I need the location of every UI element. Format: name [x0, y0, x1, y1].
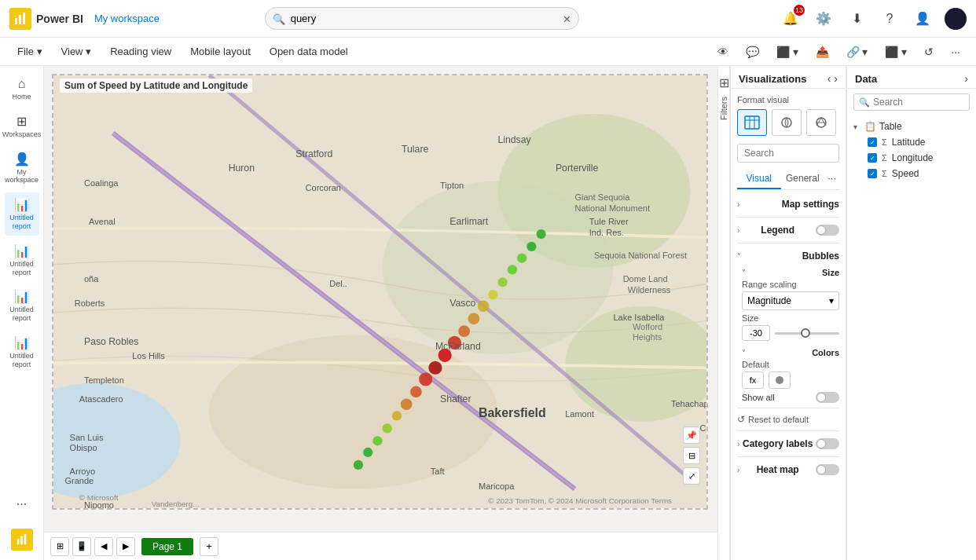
download-icon[interactable]: ⬇	[846, 8, 868, 30]
map-pin-icon[interactable]: 📌	[683, 426, 700, 444]
viz-search-input[interactable]	[737, 144, 839, 163]
category-labels-toggle-knob	[816, 439, 826, 448]
svg-text:Tule River: Tule River	[589, 217, 629, 226]
size-input[interactable]	[742, 325, 770, 341]
fx-button[interactable]: fx	[742, 372, 764, 389]
heat-map-toggle[interactable]	[816, 464, 839, 475]
menu-open-data-model[interactable]: Open data model	[262, 42, 356, 60]
home-icon: ⌂	[18, 77, 26, 91]
viz-expand-left[interactable]: ‹	[827, 72, 831, 85]
ellipsis-icon: ···	[17, 497, 27, 511]
page-1-tab[interactable]: Page 1	[141, 538, 193, 555]
svg-point-28	[392, 411, 402, 420]
latitude-label: Latitude	[892, 137, 926, 148]
show-all-toggle[interactable]	[816, 392, 839, 403]
map-title: Sum of Speed by Latitude and Longitude	[60, 79, 252, 93]
bubbles-chevron: ˅	[737, 252, 741, 261]
data-search: 🔍	[853, 93, 970, 111]
comment-icon[interactable]: 💬	[739, 42, 765, 61]
data-panel-header: Data ›	[847, 66, 976, 89]
legend-toggle[interactable]	[816, 225, 839, 236]
tab-general[interactable]: General	[781, 169, 825, 189]
tree-longitude[interactable]: Σ Longitude	[853, 150, 970, 166]
viz-table-icon[interactable]	[737, 109, 767, 136]
map-filter-icon[interactable]: ⊟	[683, 447, 700, 464]
svg-point-90	[776, 376, 783, 384]
tab-visual[interactable]: Visual	[737, 169, 781, 189]
menu-file[interactable]: File ▾	[9, 42, 50, 60]
viz-type-icons	[737, 109, 839, 136]
viz-tab-more[interactable]: ···	[824, 169, 839, 189]
svg-point-21	[458, 325, 470, 337]
map-visual-container[interactable]: Sum of Speed by Latitude and Longitude	[52, 74, 708, 510]
user-avatar[interactable]	[945, 8, 967, 30]
svg-rect-3	[17, 539, 19, 544]
range-scaling-select[interactable]: Magnitude ▾	[742, 291, 839, 310]
sidebar-item-report-1[interactable]: 📊 Untitled report	[5, 192, 39, 236]
link-icon[interactable]: 🔗 ▾	[840, 42, 875, 61]
settings-icon[interactable]: ⚙️	[813, 8, 835, 30]
page-next[interactable]: ▶	[116, 537, 135, 556]
tree-speed[interactable]: Σ Speed	[853, 166, 970, 181]
legend-chevron: ›	[737, 226, 739, 235]
map-expand-icon[interactable]: ⤢	[683, 467, 700, 485]
refresh-icon[interactable]: ↺	[918, 42, 940, 61]
menu-reading-view[interactable]: Reading view	[102, 42, 179, 60]
report-canvas[interactable]: Sum of Speed by Latitude and Longitude	[50, 72, 711, 525]
sidebar-item-my-workspace[interactable]: 👤 My workspace	[5, 147, 39, 190]
bubbles-section[interactable]: ˅ Bubbles	[737, 247, 839, 265]
workspace-link[interactable]: My workspace	[94, 13, 160, 24]
menu-mobile-layout[interactable]: Mobile layout	[182, 42, 259, 60]
divider-4	[737, 430, 839, 431]
size-slider[interactable]	[775, 332, 839, 335]
category-labels-section[interactable]: › Category labels	[737, 434, 839, 453]
sidebar-item-home[interactable]: ⌂ Home	[5, 72, 39, 106]
svg-point-27	[401, 398, 413, 410]
notifications-icon[interactable]: 🔔13	[780, 8, 802, 30]
page-layout-icon[interactable]: ⊞	[50, 537, 69, 556]
tree-latitude[interactable]: Σ Latitude	[853, 134, 970, 150]
bubbles-label: Bubbles	[802, 251, 839, 262]
map-settings-section[interactable]: › Map settings	[737, 195, 839, 214]
sidebar-more-btn[interactable]: ···	[5, 492, 39, 516]
sidebar-item-report-4[interactable]: 📊 Untitled report	[5, 331, 39, 374]
latitude-checkbox[interactable]	[868, 137, 877, 147]
reset-default-btn[interactable]: ↺ Reset to default	[737, 412, 839, 427]
share-icon[interactable]: 👤	[912, 8, 934, 30]
sidebar-item-report-3[interactable]: 📊 Untitled report	[5, 284, 39, 328]
publish-icon[interactable]: 📤	[809, 42, 835, 61]
viz-expand-right[interactable]: ›	[834, 72, 838, 85]
colors-header[interactable]: ˅ Colors	[742, 346, 839, 360]
page-prev[interactable]: ◀	[94, 537, 113, 556]
longitude-checkbox[interactable]	[868, 153, 877, 163]
legend-section[interactable]: › Legend	[737, 221, 839, 240]
workspaces-icon: ⊞	[17, 114, 27, 129]
menu-view[interactable]: View ▾	[53, 42, 100, 60]
fullscreen-icon[interactable]: ⬛ ▾	[770, 42, 805, 61]
search-input[interactable]	[265, 7, 579, 30]
filters-toggle[interactable]: ⊞	[719, 75, 729, 90]
heat-map-section[interactable]: › Heat map	[737, 460, 839, 479]
data-panel-expand[interactable]: ›	[964, 72, 968, 85]
viz-paint-icon[interactable]	[772, 109, 802, 136]
sidebar-item-report-2[interactable]: 📊 Untitled report	[5, 239, 39, 282]
search-clear-icon[interactable]: ✕	[563, 13, 571, 24]
viz-panel-header: Visualizations ‹ ›	[731, 66, 846, 89]
help-icon[interactable]: ?	[879, 8, 901, 30]
data-search-input[interactable]	[873, 97, 964, 108]
canvas-wrapper: Sum of Speed by Latitude and Longitude	[44, 66, 717, 532]
color-swatch-btn[interactable]	[769, 372, 791, 389]
embed-icon[interactable]: ⬛ ▾	[879, 42, 913, 61]
viz-analytics-icon[interactable]	[806, 109, 836, 136]
heat-map-chevron: ›	[737, 466, 739, 474]
speed-checkbox[interactable]	[868, 169, 877, 178]
add-page-button[interactable]: +	[200, 537, 218, 556]
present-icon[interactable]: 👁	[711, 42, 735, 61]
page-mobile-icon[interactable]: 📱	[72, 537, 91, 556]
size-header[interactable]: ˅ Size	[742, 265, 839, 280]
tree-table-item[interactable]: ▾ 📋 Table	[853, 119, 970, 134]
category-labels-toggle[interactable]	[816, 438, 839, 449]
sidebar-item-workspaces[interactable]: ⊞ Workspaces	[5, 109, 39, 144]
svg-text:Templeton: Templeton	[84, 375, 124, 385]
more-options-icon[interactable]: ···	[945, 42, 967, 61]
